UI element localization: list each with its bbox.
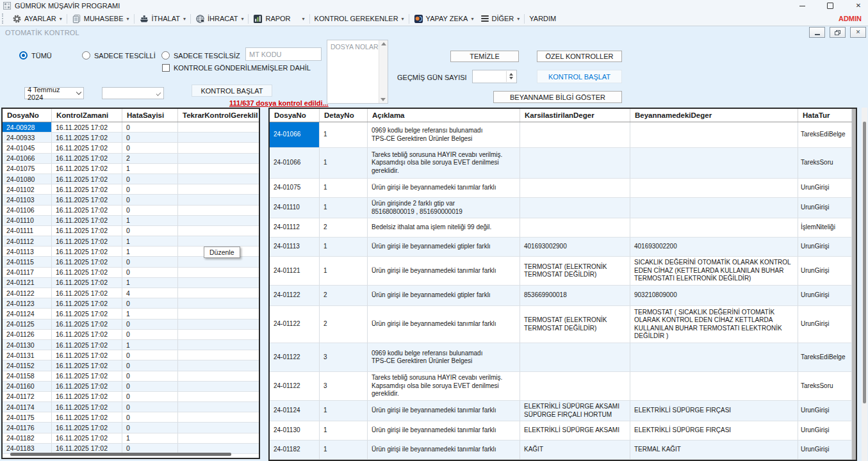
table-cell[interactable]: Ürün girişi ile beyannamedeki gtipler fa…: [368, 238, 520, 257]
table-cell[interactable]: 0: [122, 184, 178, 195]
table-row[interactable]: 24-0117416.11.2025 17:020: [3, 402, 259, 412]
table-row[interactable]: 24-0111116.11.2025 17:020: [3, 226, 259, 236]
table-cell[interactable]: 24-01152: [3, 360, 52, 371]
table-cell[interactable]: 1: [122, 340, 178, 350]
table-cell[interactable]: 24-01103: [3, 195, 52, 205]
table-row[interactable]: 24-0117216.11.2025 17:020: [3, 392, 259, 402]
table-cell[interactable]: 1: [320, 421, 368, 441]
table-cell[interactable]: ELEKTRİKLİ SÜPÜRGE FIRÇASI: [630, 401, 798, 421]
table-cell[interactable]: 16.11.2025 17:02: [52, 174, 122, 184]
table-cell[interactable]: UrunGirişi: [798, 401, 852, 421]
table-cell[interactable]: 16.11.2025 17:02: [52, 236, 122, 247]
table-cell[interactable]: 24-01102: [3, 184, 52, 195]
table-cell[interactable]: 24-01124: [270, 401, 320, 421]
table-row[interactable]: 24-0117516.11.2025 17:020: [3, 412, 259, 423]
table-cell[interactable]: 24-01110: [270, 198, 320, 218]
kontrole-gonderilmemisler-checkbox[interactable]: KONTROLE GÖNDERİLMEMİŞLER DAHİL: [162, 64, 311, 72]
table-cell[interactable]: 401693002200: [630, 238, 798, 257]
table-cell[interactable]: 16.11.2025 17:02: [52, 360, 122, 371]
table-cell[interactable]: [178, 392, 259, 402]
table-cell[interactable]: Ürün girişi ile beyannamedeki tanımlar f…: [368, 179, 520, 198]
table-row[interactable]: 24-0104516.11.2025 17:020: [3, 143, 259, 153]
table-cell[interactable]: UrunGirişi: [798, 179, 852, 198]
table-cell[interactable]: 24-01160: [3, 382, 52, 392]
table-cell[interactable]: 24-01174: [3, 402, 52, 412]
vertical-scrollbar[interactable]: [862, 108, 867, 461]
table-cell[interactable]: 24-01123: [3, 298, 52, 309]
menu-ithalat[interactable]: İTHALAT▾: [135, 12, 190, 25]
temizle-button[interactable]: TEMİZLE: [450, 51, 519, 62]
table-cell[interactable]: [520, 179, 630, 198]
table-cell[interactable]: [630, 148, 798, 179]
table-row[interactable]: 24-011101Ürün girişinde 2 farklı gtip va…: [270, 198, 852, 218]
table-cell[interactable]: TERMOSTAT (ELEKTRONİK TERMOSTAT DEĞİLDİR…: [520, 306, 630, 343]
table-cell[interactable]: 1: [320, 441, 368, 460]
table-cell[interactable]: 24-01066: [3, 154, 52, 164]
table-cell[interactable]: 1: [122, 216, 178, 226]
table-cell[interactable]: [520, 198, 630, 218]
table-cell[interactable]: UrunGirişi: [798, 286, 852, 306]
table-cell[interactable]: 1: [320, 238, 368, 257]
column-header[interactable]: TekrarKontrolGereklil: [178, 109, 259, 122]
table-cell[interactable]: Ürün girişi ile beyannamedeki tanımlar f…: [368, 441, 520, 460]
table-cell[interactable]: 1: [122, 247, 178, 257]
table-row[interactable]: 24-0112216.11.2025 17:024: [3, 288, 259, 298]
table-cell[interactable]: 1: [122, 278, 178, 288]
table-row[interactable]: 24-011222Ürün girişi ile beyannamedeki t…: [270, 306, 852, 343]
window-minimize-icon[interactable]: [798, 1, 807, 10]
table-cell[interactable]: Ürün girişi ile beyannamedeki tanımlar f…: [368, 306, 520, 343]
table-row[interactable]: 24-011223Tareks tebliğ sorusuna HAYIR ce…: [270, 372, 852, 401]
table-cell[interactable]: [178, 174, 259, 184]
table-row[interactable]: 24-0112616.11.2025 17:020: [3, 330, 259, 340]
table-cell[interactable]: 1: [320, 257, 368, 286]
table-cell[interactable]: 24-01106: [3, 206, 52, 216]
table-cell[interactable]: 903210809000: [630, 286, 798, 306]
table-cell[interactable]: 24-01075: [3, 164, 52, 174]
table-cell[interactable]: [178, 350, 259, 360]
table-row[interactable]: 24-0093316.11.2025 17:020: [3, 133, 259, 143]
table-cell[interactable]: 24-01158: [3, 371, 52, 382]
table-row[interactable]: 24-0112316.11.2025 17:020: [3, 298, 259, 309]
table-cell[interactable]: [178, 133, 259, 143]
table-cell[interactable]: 24-01131: [3, 350, 52, 360]
table-cell[interactable]: 24-01182: [3, 433, 52, 444]
table-cell[interactable]: UrunGirişi: [798, 441, 852, 460]
table-cell[interactable]: 24-01121: [3, 278, 52, 288]
table-row[interactable]: 24-0092816.11.2025 17:020: [3, 122, 259, 133]
ozel-kontroller-button[interactable]: ÖZEL KONTROLLER: [537, 51, 622, 62]
menu-yardim[interactable]: YARDIM: [525, 12, 560, 25]
table-row[interactable]: 24-0111516.11.2025 17:020: [3, 257, 259, 267]
table-cell[interactable]: 24-01045: [3, 143, 52, 153]
table-cell[interactable]: 0: [122, 402, 178, 412]
table-cell[interactable]: 24-01122: [270, 286, 320, 306]
secondary-dropdown[interactable]: [102, 87, 164, 99]
table-cell[interactable]: 16.11.2025 17:02: [52, 247, 122, 257]
table-cell[interactable]: [178, 257, 259, 267]
table-cell[interactable]: [630, 179, 798, 198]
table-cell[interactable]: 24-01130: [3, 340, 52, 350]
stepper-down-icon[interactable]: [509, 77, 513, 79]
child-close-icon[interactable]: ✕: [850, 27, 866, 38]
table-cell[interactable]: 16.11.2025 17:02: [52, 382, 122, 392]
table-cell[interactable]: 0: [122, 122, 178, 133]
table-cell[interactable]: [178, 371, 259, 382]
column-header[interactable]: DosyaNo: [3, 109, 52, 122]
table-cell[interactable]: [630, 372, 798, 401]
window-maximize-icon[interactable]: [826, 1, 835, 10]
table-cell[interactable]: 16.11.2025 17:02: [52, 288, 122, 298]
table-row[interactable]: 24-0118216.11.2025 17:021: [3, 433, 259, 444]
table-row[interactable]: 24-011301Ürün girişi ile beyannamedeki t…: [270, 421, 852, 441]
menu-rapor[interactable]: RAPOR▾: [249, 12, 308, 25]
table-cell[interactable]: 24-01172: [3, 392, 52, 402]
table-cell[interactable]: 0: [122, 350, 178, 360]
table-cell[interactable]: 16.11.2025 17:02: [52, 298, 122, 309]
admin-user-label[interactable]: ADMIN: [839, 15, 862, 22]
table-cell[interactable]: UrunGirişi: [798, 238, 852, 257]
table-cell[interactable]: 1: [122, 309, 178, 319]
table-cell[interactable]: UrunGirişi: [798, 421, 852, 441]
table-cell[interactable]: 24-01182: [270, 441, 320, 460]
table-cell[interactable]: 0: [122, 268, 178, 278]
table-cell[interactable]: 24-01117: [3, 268, 52, 278]
table-cell[interactable]: 0: [122, 226, 178, 236]
table-cell[interactable]: 24-00933: [3, 133, 52, 143]
